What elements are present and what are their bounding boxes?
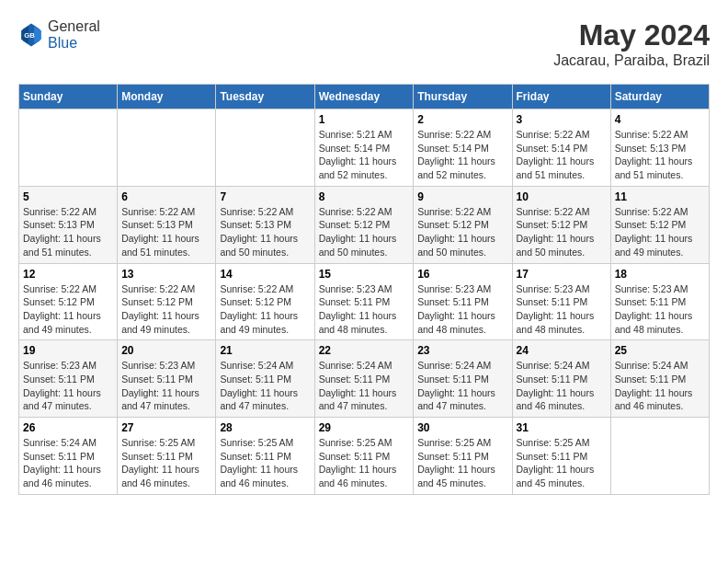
day-number: 6 <box>121 190 211 203</box>
day-number: 1 <box>319 113 410 126</box>
day-info: Sunrise: 5:22 AMSunset: 5:14 PMDaylight:… <box>417 128 507 182</box>
day-info: Sunrise: 5:23 AMSunset: 5:11 PMDaylight:… <box>417 282 507 337</box>
calendar-cell: 28Sunrise: 5:25 AMSunset: 5:11 PMDayligh… <box>216 418 314 495</box>
day-info: Sunrise: 5:24 AMSunset: 5:11 PMDaylight:… <box>319 359 410 413</box>
day-number: 29 <box>319 421 410 434</box>
day-info: Sunrise: 5:25 AMSunset: 5:11 PMDaylight:… <box>417 436 507 490</box>
week-row-4: 26Sunrise: 5:24 AMSunset: 5:11 PMDayligh… <box>19 418 710 495</box>
calendar-cell: 23Sunrise: 5:24 AMSunset: 5:11 PMDayligh… <box>414 340 512 418</box>
day-number: 28 <box>220 421 310 434</box>
day-number: 7 <box>220 190 310 203</box>
day-info: Sunrise: 5:22 AMSunset: 5:12 PMDaylight:… <box>319 205 410 259</box>
day-info: Sunrise: 5:24 AMSunset: 5:11 PMDaylight:… <box>517 359 607 413</box>
calendar-cell <box>610 418 709 495</box>
calendar-cell: 21Sunrise: 5:24 AMSunset: 5:11 PMDayligh… <box>216 340 314 418</box>
day-number: 12 <box>23 268 113 281</box>
day-number: 24 <box>517 344 607 357</box>
calendar-cell <box>19 109 118 187</box>
weekday-header-row: SundayMondayTuesdayWednesdayThursdayFrid… <box>19 85 710 109</box>
day-number: 5 <box>23 190 113 203</box>
day-number: 25 <box>615 344 705 357</box>
day-info: Sunrise: 5:22 AMSunset: 5:12 PMDaylight:… <box>220 282 310 337</box>
calendar-cell: 22Sunrise: 5:24 AMSunset: 5:11 PMDayligh… <box>314 340 414 418</box>
day-info: Sunrise: 5:21 AMSunset: 5:14 PMDaylight:… <box>319 128 410 182</box>
calendar-cell: 8Sunrise: 5:22 AMSunset: 5:12 PMDaylight… <box>314 186 414 263</box>
calendar-cell: 27Sunrise: 5:25 AMSunset: 5:11 PMDayligh… <box>118 418 216 495</box>
day-number: 2 <box>417 113 507 126</box>
location: Jacarau, Paraiba, Brazil <box>553 52 710 69</box>
calendar-cell: 10Sunrise: 5:22 AMSunset: 5:12 PMDayligh… <box>512 186 610 263</box>
logo: GB General Blue <box>18 18 100 52</box>
day-info: Sunrise: 5:22 AMSunset: 5:13 PMDaylight:… <box>121 205 211 259</box>
weekday-header-sunday: Sunday <box>19 85 118 109</box>
day-number: 3 <box>517 113 607 126</box>
calendar-cell: 30Sunrise: 5:25 AMSunset: 5:11 PMDayligh… <box>414 418 512 495</box>
logo-general: General <box>48 18 100 34</box>
week-row-2: 12Sunrise: 5:22 AMSunset: 5:12 PMDayligh… <box>19 263 710 340</box>
day-info: Sunrise: 5:22 AMSunset: 5:14 PMDaylight:… <box>517 128 607 182</box>
calendar-cell: 26Sunrise: 5:24 AMSunset: 5:11 PMDayligh… <box>19 418 118 495</box>
day-info: Sunrise: 5:23 AMSunset: 5:11 PMDaylight:… <box>615 282 705 337</box>
day-number: 19 <box>23 344 113 357</box>
calendar-cell: 6Sunrise: 5:22 AMSunset: 5:13 PMDaylight… <box>118 186 216 263</box>
calendar-cell: 1Sunrise: 5:21 AMSunset: 5:14 PMDaylight… <box>314 109 414 187</box>
calendar-cell: 31Sunrise: 5:25 AMSunset: 5:11 PMDayligh… <box>512 418 610 495</box>
month-title: May 2024 <box>553 18 710 52</box>
day-number: 15 <box>319 268 410 281</box>
day-number: 26 <box>23 421 113 434</box>
calendar-cell <box>118 109 216 187</box>
day-info: Sunrise: 5:25 AMSunset: 5:11 PMDaylight:… <box>319 436 410 490</box>
day-info: Sunrise: 5:24 AMSunset: 5:11 PMDaylight:… <box>220 359 310 413</box>
day-info: Sunrise: 5:25 AMSunset: 5:11 PMDaylight:… <box>220 436 310 490</box>
day-info: Sunrise: 5:23 AMSunset: 5:11 PMDaylight:… <box>517 282 607 337</box>
weekday-header-saturday: Saturday <box>610 85 709 109</box>
day-info: Sunrise: 5:22 AMSunset: 5:12 PMDaylight:… <box>615 205 705 259</box>
weekday-header-wednesday: Wednesday <box>314 85 414 109</box>
day-number: 13 <box>121 268 211 281</box>
calendar-cell: 9Sunrise: 5:22 AMSunset: 5:12 PMDaylight… <box>414 186 512 263</box>
day-number: 22 <box>319 344 410 357</box>
day-info: Sunrise: 5:24 AMSunset: 5:11 PMDaylight:… <box>23 436 113 490</box>
day-number: 31 <box>517 421 607 434</box>
calendar-cell: 16Sunrise: 5:23 AMSunset: 5:11 PMDayligh… <box>414 263 512 340</box>
day-info: Sunrise: 5:23 AMSunset: 5:11 PMDaylight:… <box>319 282 410 337</box>
calendar-cell: 20Sunrise: 5:23 AMSunset: 5:11 PMDayligh… <box>118 340 216 418</box>
weekday-header-thursday: Thursday <box>414 85 512 109</box>
day-info: Sunrise: 5:22 AMSunset: 5:13 PMDaylight:… <box>220 205 310 259</box>
calendar-cell: 19Sunrise: 5:23 AMSunset: 5:11 PMDayligh… <box>19 340 118 418</box>
day-info: Sunrise: 5:25 AMSunset: 5:11 PMDaylight:… <box>517 436 607 490</box>
title-block: May 2024 Jacarau, Paraiba, Brazil <box>553 18 710 69</box>
weekday-header-friday: Friday <box>512 85 610 109</box>
calendar-cell: 5Sunrise: 5:22 AMSunset: 5:13 PMDaylight… <box>19 186 118 263</box>
calendar-cell <box>216 109 314 187</box>
day-number: 21 <box>220 344 310 357</box>
calendar-cell: 13Sunrise: 5:22 AMSunset: 5:12 PMDayligh… <box>118 263 216 340</box>
calendar-cell: 4Sunrise: 5:22 AMSunset: 5:13 PMDaylight… <box>610 109 709 187</box>
week-row-3: 19Sunrise: 5:23 AMSunset: 5:11 PMDayligh… <box>19 340 710 418</box>
day-number: 14 <box>220 268 310 281</box>
svg-marker-1 <box>34 27 41 44</box>
weekday-header-monday: Monday <box>118 85 216 109</box>
day-info: Sunrise: 5:22 AMSunset: 5:12 PMDaylight:… <box>23 282 113 337</box>
calendar-cell: 25Sunrise: 5:24 AMSunset: 5:11 PMDayligh… <box>610 340 709 418</box>
calendar-cell: 2Sunrise: 5:22 AMSunset: 5:14 PMDaylight… <box>414 109 512 187</box>
day-info: Sunrise: 5:22 AMSunset: 5:12 PMDaylight:… <box>121 282 211 337</box>
day-number: 16 <box>417 268 507 281</box>
day-info: Sunrise: 5:24 AMSunset: 5:11 PMDaylight:… <box>615 359 705 413</box>
calendar-table: SundayMondayTuesdayWednesdayThursdayFrid… <box>18 84 710 495</box>
day-info: Sunrise: 5:22 AMSunset: 5:12 PMDaylight:… <box>417 205 507 259</box>
day-info: Sunrise: 5:23 AMSunset: 5:11 PMDaylight:… <box>121 359 211 413</box>
day-info: Sunrise: 5:22 AMSunset: 5:12 PMDaylight:… <box>517 205 607 259</box>
day-number: 8 <box>319 190 410 203</box>
day-number: 4 <box>615 113 705 126</box>
weekday-header-tuesday: Tuesday <box>216 85 314 109</box>
day-number: 30 <box>417 421 507 434</box>
day-info: Sunrise: 5:22 AMSunset: 5:13 PMDaylight:… <box>615 128 705 182</box>
day-number: 18 <box>615 268 705 281</box>
logo-text-block: General Blue <box>48 18 100 52</box>
calendar-cell: 29Sunrise: 5:25 AMSunset: 5:11 PMDayligh… <box>314 418 414 495</box>
day-info: Sunrise: 5:22 AMSunset: 5:13 PMDaylight:… <box>23 205 113 259</box>
day-number: 23 <box>417 344 507 357</box>
svg-text:GB: GB <box>24 31 35 40</box>
logo-blue: Blue <box>48 35 77 51</box>
